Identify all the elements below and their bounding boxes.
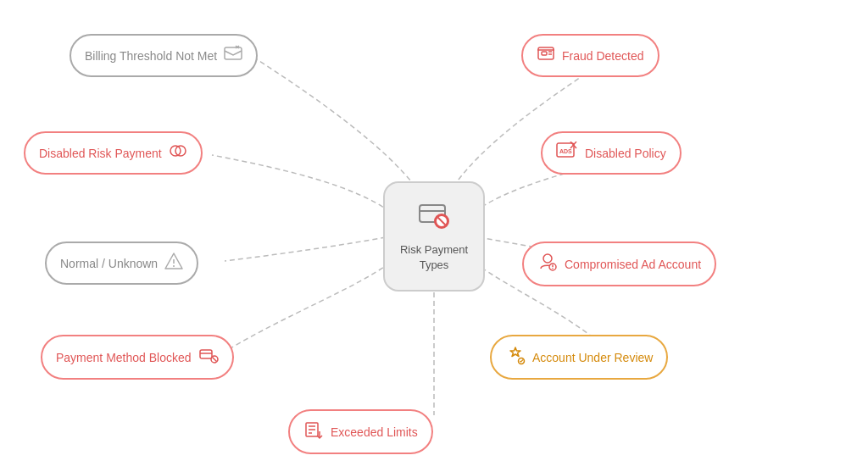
fraud-detected-label: Fraud Detected: [562, 49, 644, 63]
center-icon: [418, 199, 450, 237]
node-disabled-risk: Disabled Risk Payment: [24, 131, 203, 175]
normal-unknown-label: Normal / Unknown: [60, 257, 158, 270]
account-review-label: Account Under Review: [532, 351, 653, 364]
node-normal-unknown: Normal / Unknown: [45, 242, 198, 285]
billing-threshold-label: Billing Threshold Not Met: [85, 49, 217, 63]
node-exceeded-limits: Exceeded Limits: [288, 409, 433, 454]
diagram-container: .dashed-line { stroke: #bbb; stroke-widt…: [0, 0, 868, 472]
svg-rect-10: [538, 47, 554, 59]
svg-rect-11: [542, 52, 547, 55]
svg-point-23: [173, 265, 175, 267]
node-payment-blocked: Payment Method Blocked: [41, 335, 234, 380]
disabled-policy-label: Disabled Policy: [585, 147, 666, 160]
payment-blocked-icon: [198, 345, 219, 369]
svg-text:ADS: ADS: [559, 148, 572, 154]
compromised-ad-icon: [537, 252, 558, 276]
billing-threshold-icon: [224, 44, 242, 67]
node-disabled-policy: ADS Disabled Policy: [541, 131, 682, 175]
svg-point-24: [543, 254, 552, 263]
svg-rect-7: [225, 47, 242, 59]
exceeded-limits-icon: [303, 419, 324, 444]
svg-rect-28: [200, 350, 212, 358]
disabled-risk-label: Disabled Risk Payment: [39, 147, 162, 160]
center-label: Risk Payment Types: [385, 242, 483, 273]
node-fraud-detected: Fraud Detected: [521, 34, 659, 77]
normal-unknown-icon: [164, 252, 183, 275]
node-compromised-ad: Compromised Ad Account: [522, 242, 716, 286]
payment-blocked-label: Payment Method Blocked: [56, 351, 192, 364]
center-node: Risk Payment Types: [383, 181, 485, 292]
account-review-icon: [505, 345, 526, 369]
disabled-policy-icon: ADS: [556, 142, 578, 164]
disabled-risk-icon: [169, 142, 187, 164]
exceeded-limits-label: Exceeded Limits: [331, 425, 418, 439]
compromised-ad-label: Compromised Ad Account: [565, 258, 701, 271]
node-account-review: Account Under Review: [490, 335, 668, 380]
fraud-detected-icon: [537, 44, 555, 67]
svg-point-27: [552, 268, 554, 269]
node-billing-threshold: Billing Threshold Not Met: [70, 34, 258, 77]
